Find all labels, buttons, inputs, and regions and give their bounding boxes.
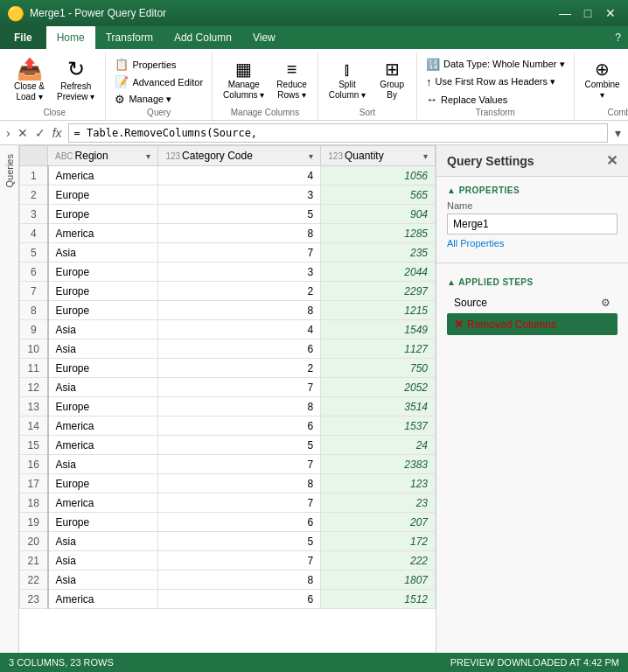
category-code-header[interactable]: 123Category Code ▾ — [158, 146, 321, 166]
quantity-cell: 172 — [321, 532, 436, 551]
row-number: 9 — [20, 320, 48, 340]
formula-input[interactable] — [68, 123, 608, 143]
table-row: 18 America 7 23 — [20, 494, 436, 513]
combine-button[interactable]: ⊕ Combine▾ — [580, 54, 625, 107]
quantity-cell: 222 — [321, 551, 436, 570]
row-number: 5 — [20, 243, 48, 262]
minimize-button[interactable]: — — [555, 4, 576, 22]
table-row: 10 Asia 6 1127 — [20, 340, 436, 359]
region-cell: Europe — [48, 282, 158, 301]
reduce-rows-button[interactable]: ≡ ReduceRows ▾ — [271, 54, 311, 107]
title-bar-title: Merge1 - Power Query Editor — [30, 7, 166, 19]
home-menu[interactable]: Home — [46, 26, 95, 49]
ribbon-group-transform: 🔢 Data Type: Whole Number ▾ ↑ Use First … — [417, 52, 574, 120]
refresh-icon: ↻ — [67, 59, 85, 80]
properties-button[interactable]: 📋 Properties — [111, 56, 206, 73]
group-by-label: GroupBy — [380, 80, 404, 101]
file-menu[interactable]: File — [0, 26, 46, 49]
region-cell: Asia — [48, 551, 158, 570]
sort-group-label: Sort — [324, 108, 411, 120]
row-number: 22 — [20, 570, 48, 590]
replace-values-button[interactable]: ↔ Replace Values — [422, 91, 568, 108]
ribbon-group-combine: ⊕ Combine▾ ⚙ ManageParam... Combine — [575, 52, 628, 120]
region-cell: Europe — [48, 513, 158, 532]
quantity-cell: 1549 — [321, 320, 436, 340]
replace-values-label: Replace Values — [441, 94, 507, 105]
table-row: 19 Europe 6 207 — [20, 513, 436, 532]
ribbon-group-close: 📤 Close &Load ▾ ↻ RefreshPreview ▾ Close — [3, 52, 106, 120]
table-row: 20 Asia 5 172 — [20, 532, 436, 551]
category-code-cell: 6 — [158, 416, 321, 436]
close-load-button[interactable]: 📤 Close &Load ▾ — [9, 54, 50, 107]
manage-button[interactable]: ⚙ Manage ▾ — [111, 91, 206, 108]
region-cell: Asia — [48, 320, 158, 340]
step-item-source[interactable]: Source ⚙ — [447, 292, 618, 313]
category-code-cell: 4 — [158, 320, 321, 340]
applied-steps-title: ▲ APPLIED STEPS — [447, 277, 618, 287]
row-number: 23 — [20, 590, 48, 609]
quantity-cell: 2297 — [321, 282, 436, 301]
category-code-cell: 3 — [158, 262, 321, 282]
quantity-cell: 3514 — [321, 397, 436, 416]
view-menu[interactable]: View — [242, 26, 286, 49]
step-settings-icon[interactable]: ⚙ — [601, 297, 611, 309]
queries-sidebar: Queries — [0, 145, 19, 653]
close-window-button[interactable]: ✕ — [600, 4, 621, 22]
window-controls: — □ ✕ — [555, 4, 621, 22]
formula-confirm-button[interactable]: ✓ — [32, 126, 48, 140]
status-bar: 3 COLUMNS, 23 ROWS PREVIEW DOWNLOADED AT… — [0, 653, 628, 672]
category-code-cell: 6 — [158, 590, 321, 609]
category-code-cell: 7 — [158, 243, 321, 262]
nav-left-icon[interactable]: › — [3, 126, 13, 140]
row-number: 17 — [20, 474, 48, 494]
row-number: 6 — [20, 262, 48, 282]
transform-menu[interactable]: Transform — [95, 26, 164, 49]
advanced-editor-button[interactable]: 📝 Advanced Editor — [111, 74, 206, 90]
close-group-label: Close — [9, 108, 100, 120]
manage-columns-button[interactable]: ▦ ManageColumns ▾ — [218, 54, 269, 107]
row-number: 21 — [20, 551, 48, 570]
data-type-label: Data Type: Whole Number ▾ — [443, 59, 564, 70]
row-number: 19 — [20, 513, 48, 532]
region-header[interactable]: ABCRegion ▾ — [48, 146, 158, 166]
region-cell: Europe — [48, 474, 158, 494]
table-row: 5 Asia 7 235 — [20, 243, 436, 262]
region-filter-arrow[interactable]: ▾ — [146, 151, 150, 161]
ribbon-group-query: 📋 Properties 📝 Advanced Editor ⚙ Manage … — [106, 52, 213, 120]
title-bar-left: 🟡 Merge1 - Power Query Editor — [7, 5, 166, 22]
maximize-button[interactable]: □ — [577, 4, 598, 22]
add-column-menu[interactable]: Add Column — [164, 26, 242, 49]
quantity-cell: 1807 — [321, 570, 436, 590]
all-properties-link[interactable]: All Properties — [447, 238, 618, 248]
combine-group-label: Combine — [580, 108, 628, 120]
formula-nav: › ✕ ✓ fx — [3, 126, 65, 140]
step-error-icon: ✕ — [454, 318, 464, 331]
split-column-label: SplitColumn ▾ — [329, 80, 366, 101]
data-grid-container[interactable]: ABCRegion ▾ 123Category Code ▾ 123Quanti… — [19, 145, 436, 653]
first-row-headers-label: Use First Row as Headers ▾ — [436, 76, 555, 88]
ribbon-group-manage-columns: ▦ ManageColumns ▾ ≡ ReduceRows ▾ Manage … — [213, 52, 318, 120]
advanced-editor-label: Advanced Editor — [132, 77, 203, 88]
split-column-button[interactable]: ⫿ SplitColumn ▾ — [324, 54, 371, 107]
table-row: 23 America 6 1512 — [20, 590, 436, 609]
category-code-cell: 6 — [158, 340, 321, 359]
quantity-filter-arrow[interactable]: ▾ — [423, 151, 428, 161]
quantity-header[interactable]: 123Quantity ▾ — [321, 146, 436, 166]
data-type-button[interactable]: 🔢 Data Type: Whole Number ▾ — [422, 56, 568, 73]
formula-expand-button[interactable]: ▾ — [611, 126, 625, 140]
data-table: ABCRegion ▾ 123Category Code ▾ 123Quanti… — [19, 145, 436, 609]
category-filter-arrow[interactable]: ▾ — [309, 151, 313, 161]
refresh-preview-button[interactable]: ↻ RefreshPreview ▾ — [52, 54, 100, 107]
help-icon[interactable]: ? — [608, 26, 628, 49]
first-row-headers-button[interactable]: ↑ Use First Row as Headers ▾ — [422, 74, 568, 90]
query-name-input[interactable] — [447, 214, 618, 234]
properties-section: ▲ PROPERTIES Name All Properties — [436, 177, 628, 257]
step-item-removed-columns[interactable]: ✕ Removed Columns — [447, 313, 618, 335]
data-type-icon: 🔢 — [426, 58, 440, 71]
query-settings-close-button[interactable]: ✕ — [606, 152, 618, 169]
ribbon-group-sort: ⫿ SplitColumn ▾ ⊞ GroupBy Sort — [318, 52, 417, 120]
group-by-button[interactable]: ⊞ GroupBy — [373, 54, 411, 107]
region-cell: Europe — [48, 186, 158, 205]
close-load-label: Close &Load ▾ — [14, 81, 45, 102]
formula-cancel-button[interactable]: ✕ — [15, 126, 31, 140]
